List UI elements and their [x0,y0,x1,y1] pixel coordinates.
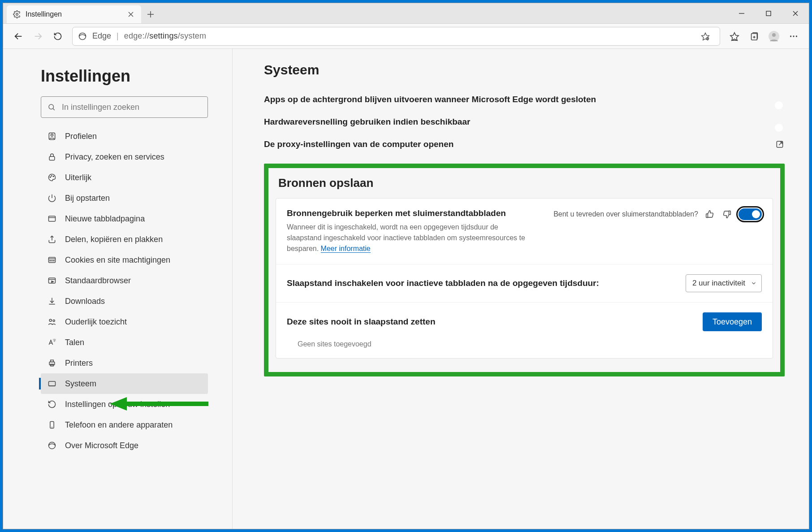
edge-logo-icon [78,32,87,41]
sidebar-item-reset[interactable]: Instellingen opnieuw instellen [41,394,208,415]
sidebar-item-system[interactable]: Systeem [41,373,208,394]
maximize-button[interactable] [755,3,782,24]
sidebar-item-label: Cookies en site machtigingen [65,255,170,265]
palette-icon [47,173,57,182]
svg-point-47 [49,319,52,321]
sidebar-item-downloads[interactable]: Downloads [41,291,208,311]
sleeping-tabs-desc: Wanneer dit is ingeschakeld, wordt na ee… [287,222,529,254]
close-window-button[interactable] [782,3,809,24]
sidebar-item-cookies[interactable]: Cookies en site machtigingen [41,250,208,270]
favorites-icon[interactable] [726,27,743,45]
add-favorite-icon[interactable] [696,27,714,45]
svg-point-22 [772,33,776,37]
collections-icon[interactable] [745,27,763,45]
svg-point-0 [16,13,18,16]
minimize-button[interactable] [728,3,755,24]
more-info-link[interactable]: Meer informatie [321,245,371,253]
sidebar-item-languages[interactable]: 字Talen [41,332,208,353]
svg-rect-6 [766,11,771,16]
refresh-button[interactable] [49,27,67,45]
sidebar-item-startup[interactable]: Bij opstarten [41,188,208,208]
timeout-value: 2 uur inactiviteit [692,279,745,288]
feedback-question: Bent u tevreden over sluimerstandtabblad… [553,210,698,218]
browser-tab[interactable]: Instellingen [7,5,141,23]
sidebar-item-label: Instellingen opnieuw instellen [65,400,170,409]
setting-background-apps: Apps op de achtergrond blijven uitvoeren… [264,88,785,111]
address-separator: | [117,31,119,41]
edge-icon [47,441,57,450]
sidebar-item-privacy[interactable]: Privacy, zoeken en services [41,147,208,167]
sidebar-item-label: Printers [65,359,93,368]
svg-point-40 [50,260,51,261]
lock-icon [47,152,57,162]
open-external-icon [775,139,785,149]
svg-point-41 [52,260,52,261]
sidebar-item-newtab[interactable]: Nieuwe tabbladpagina [41,208,208,229]
sidebar-item-label: Nieuwe tabbladpagina [65,214,145,224]
sidebar-item-label: Systeem [65,379,96,389]
system-icon [47,379,57,389]
add-site-button[interactable]: Toevoegen [703,312,762,331]
setting-label: Hardwareversnelling gebruiken indien bes… [264,117,470,127]
close-tab-icon[interactable] [127,10,135,18]
settings-sidebar: Instellingen In instellingen zoeken Prof… [3,49,233,529]
new-tab-button[interactable] [141,5,160,23]
search-placeholder: In instellingen zoeken [62,103,139,112]
svg-point-29 [51,134,53,136]
settings-nav: Profielen Privacy, zoeken en services Ui… [41,126,208,456]
svg-rect-30 [49,156,55,160]
sidebar-item-label: Telefoon en andere apparaten [65,420,173,430]
forward-button[interactable] [29,27,47,45]
address-bar[interactable]: Edge | edge://settings/system [72,27,720,46]
printer-icon [47,358,57,368]
toggle-sleeping-tabs[interactable] [739,208,762,220]
sidebar-item-profiles[interactable]: Profielen [41,126,208,147]
sidebar-item-default[interactable]: Standaardbrowser [41,270,208,291]
page-title: Systeem [264,62,785,78]
chevron-down-icon [751,280,757,286]
svg-point-48 [53,320,55,321]
thumbs-down-icon[interactable] [721,209,732,220]
svg-marker-16 [730,32,739,40]
svg-point-23 [790,35,791,37]
sidebar-item-label: Uiterlijk [65,173,91,182]
setting-proxy[interactable]: De proxy-instellingen van de computer op… [264,133,785,156]
sidebar-item-printers[interactable]: Printers [41,353,208,373]
power-icon [47,193,57,203]
profile-avatar-icon[interactable] [765,27,783,45]
svg-point-31 [50,177,51,177]
sidebar-item-label: Standaardbrowser [65,276,131,285]
svg-point-11 [79,33,86,39]
sidebar-item-family[interactable]: Ouderlijk toezicht [41,311,208,332]
share-icon [47,234,57,244]
settings-main: Systeem Apps op de achtergrond blijven u… [233,49,809,529]
timeout-select[interactable]: 2 uur inactiviteit [686,274,762,292]
svg-point-25 [796,35,797,37]
tabstrip: Instellingen [3,3,160,23]
sidebar-item-about[interactable]: Over Microsoft Edge [41,435,208,456]
sidebar-heading: Instellingen [41,67,208,86]
more-menu-icon[interactable] [785,27,803,45]
window-icon [47,214,57,224]
settings-search-input[interactable]: In instellingen zoeken [41,96,208,118]
gear-icon [13,10,21,18]
search-icon [48,103,56,111]
sidebar-item-appearance[interactable]: Uiterlijk [41,167,208,188]
never-sleep-empty: Geen sites toegevoegd [287,337,762,348]
sidebar-item-label: Profielen [65,132,97,141]
setting-hw-accel: Hardwareversnelling gebruiken indien bes… [264,111,785,133]
sidebar-item-share[interactable]: Delen, kopiëren en plakken [41,229,208,250]
sidebar-item-label: Downloads [65,297,105,306]
sidebar-item-phone[interactable]: Telefoon en andere apparaten [41,415,208,435]
svg-text:字: 字 [53,339,56,342]
languages-icon: 字 [47,337,57,347]
thumbs-up-icon[interactable] [704,209,715,220]
svg-point-24 [793,35,794,37]
svg-point-42 [53,260,54,261]
never-sleep-label: Deze sites nooit in slaapstand zetten [287,317,436,327]
setting-label: De proxy-instellingen van de computer op… [264,139,454,149]
titlebar: Instellingen [3,3,809,24]
phone-icon [47,420,57,430]
back-button[interactable] [9,27,27,45]
family-icon [47,317,57,327]
